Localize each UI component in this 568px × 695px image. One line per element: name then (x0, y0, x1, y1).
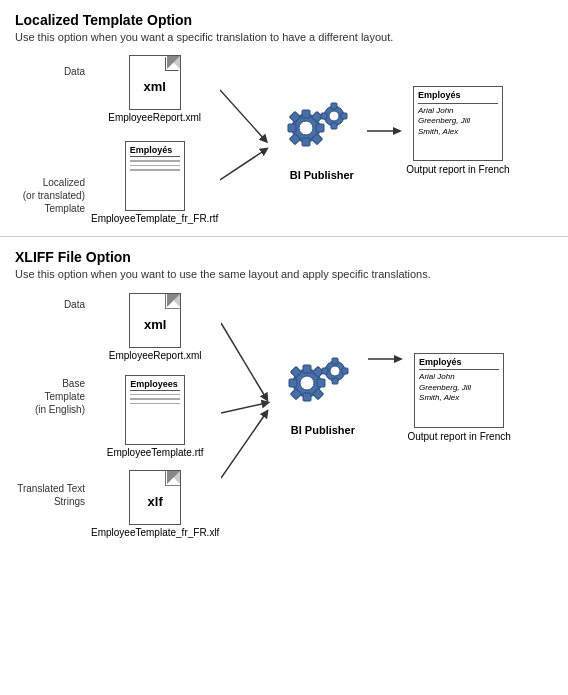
section1-output-line2: Greenberg, Jill (418, 116, 498, 126)
section2-xliff: XLIFF File Option Use this option when y… (0, 241, 568, 545)
section2-data-doc: xml EmployeeReport.xml (109, 293, 202, 361)
svg-rect-36 (332, 378, 338, 384)
section1-output-arrow (367, 125, 402, 137)
section1-bi-publisher-gears (284, 98, 359, 166)
section-divider (0, 236, 568, 237)
section1-output: Employés Arial John Greenberg, Jill Smit… (406, 86, 509, 175)
svg-rect-14 (331, 103, 337, 109)
section1-output-line1: Arial John (418, 106, 498, 116)
section2-xliff-doc: xlf EmployeeTemplate_fr_FR.xlf (91, 470, 219, 538)
section2-xliff-filename: EmployeeTemplate_fr_FR.xlf (91, 527, 219, 538)
svg-line-0 (220, 90, 265, 140)
svg-line-20 (221, 323, 266, 398)
section1-output-line3: Smith, Alex (418, 127, 498, 137)
svg-rect-26 (303, 393, 311, 401)
svg-rect-15 (331, 123, 337, 129)
svg-rect-6 (316, 124, 324, 132)
svg-rect-16 (341, 113, 347, 119)
section1-template-doc: Employés EmployeeTemplate_fr_FR.rtf (91, 141, 218, 224)
section1-data-file-label: xml (143, 79, 165, 94)
section2-data-filename: EmployeeReport.xml (109, 350, 202, 361)
section1-desc: Use this option when you want a specific… (15, 30, 435, 45)
section1-template-title: Employés (130, 145, 180, 157)
section2-output-line3: Smith, Alex (419, 393, 499, 403)
section2-template-doc: Employees EmployeeTemplate.rtf (107, 375, 204, 458)
section1-output-title: Employés (418, 90, 498, 104)
svg-rect-17 (321, 113, 327, 119)
svg-rect-38 (322, 368, 328, 374)
section2-data-label: Data (64, 298, 85, 311)
section2-output-arrow (368, 353, 403, 365)
svg-point-34 (330, 366, 340, 376)
svg-line-21 (221, 403, 266, 413)
svg-rect-37 (342, 368, 348, 374)
section2-arrows (221, 293, 281, 513)
section2-template-filename: EmployeeTemplate.rtf (107, 447, 204, 458)
section1-localized: Localized Template Option Use this optio… (0, 0, 568, 232)
svg-marker-19 (393, 127, 402, 135)
section1-arrows (220, 60, 280, 220)
section2-output-line2: Greenberg, Jill (419, 383, 499, 393)
svg-marker-40 (394, 355, 403, 363)
section1-template-filename: EmployeeTemplate_fr_FR.rtf (91, 213, 218, 224)
section2-bi-publisher-gears (285, 353, 360, 421)
section2-template-title: Employees (130, 379, 180, 391)
section2-bi-publisher-label: BI Publisher (291, 424, 355, 436)
section1-bi-publisher-label: BI Publisher (290, 169, 354, 181)
section1-output-report-label: Output report in French (406, 164, 509, 175)
section1-data-doc: xml EmployeeReport.xml (108, 55, 201, 123)
section2-translated-label: Translated TextStrings (17, 482, 85, 508)
svg-rect-4 (302, 110, 310, 118)
svg-rect-7 (288, 124, 296, 132)
svg-line-22 (221, 413, 266, 478)
section2-output-title: Employés (419, 357, 499, 371)
svg-point-3 (299, 121, 313, 135)
svg-rect-27 (317, 379, 325, 387)
section2-base-template-label: BaseTemplate(in English) (35, 377, 85, 416)
svg-rect-28 (289, 379, 297, 387)
section1-title: Localized Template Option (15, 12, 553, 28)
section2-desc: Use this option when you want to use the… (15, 267, 445, 282)
svg-point-24 (300, 376, 314, 390)
section2-data-file-label: xml (144, 317, 166, 332)
svg-rect-25 (303, 365, 311, 373)
svg-rect-35 (332, 358, 338, 364)
svg-line-1 (220, 150, 265, 180)
section2-xliff-file-label: xlf (148, 494, 163, 509)
section2-output-line1: Arial John (419, 372, 499, 382)
section1-data-filename: EmployeeReport.xml (108, 112, 201, 123)
section2-output-report-label: Output report in French (407, 431, 510, 442)
svg-point-13 (329, 111, 339, 121)
section2-title: XLIFF File Option (15, 249, 553, 265)
section1-localized-label: Localized(or translated)Template (23, 176, 85, 215)
svg-rect-5 (302, 138, 310, 146)
section1-data-label: Data (64, 65, 85, 78)
section2-output: Employés Arial John Greenberg, Jill Smit… (407, 353, 510, 442)
